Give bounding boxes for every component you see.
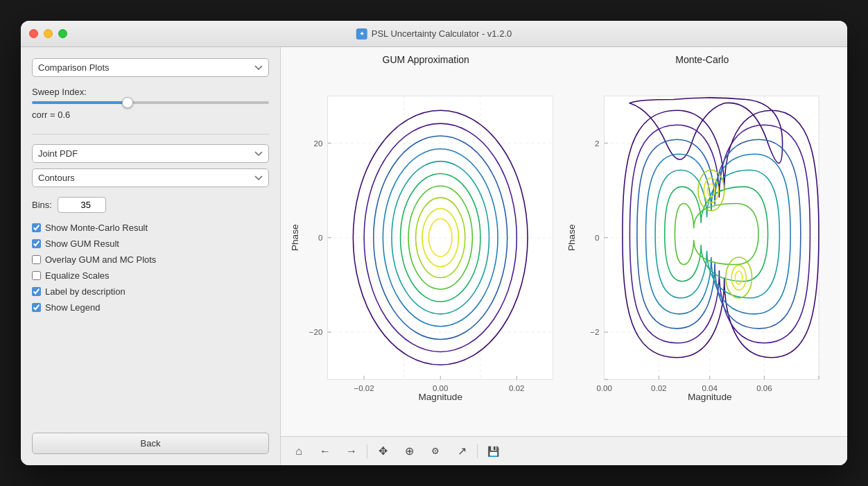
- svg-text:Phase: Phase: [566, 224, 576, 251]
- distribution-dropdown[interactable]: Joint PDF Marginal PDF CDF: [32, 144, 269, 163]
- label-desc-checkbox[interactable]: [32, 287, 41, 296]
- line-button[interactable]: ↗: [449, 441, 474, 462]
- overlay-label: Overlay GUM and MC Plots: [45, 254, 156, 265]
- toolbar-separator-1: [367, 444, 367, 458]
- show-gum-checkbox[interactable]: [32, 239, 41, 248]
- show-legend-checkbox[interactable]: [32, 303, 41, 312]
- window-title: ✦ PSL Uncertainty Calculator - v1.2.0: [356, 28, 512, 40]
- plot-area: GUM Approximation: [281, 47, 847, 465]
- mc-plot-title: Monte-Carlo: [675, 54, 729, 65]
- show-mc-checkbox-label[interactable]: Show Monte-Carlo Result: [32, 223, 269, 233]
- sweep-label: Sweep Index:: [32, 87, 269, 97]
- svg-text:−0.02: −0.02: [354, 384, 374, 392]
- divider: [32, 134, 269, 134]
- svg-text:0.04: 0.04: [702, 384, 718, 392]
- gum-plot: GUM Approximation: [288, 54, 564, 429]
- toolbar-separator-2: [477, 444, 478, 458]
- close-button[interactable]: [29, 29, 38, 38]
- gum-plot-title: GUM Approximation: [383, 54, 469, 65]
- svg-text:0: 0: [318, 234, 322, 242]
- checkboxes-section: Show Monte-Carlo Result Show GUM Result …: [32, 223, 269, 313]
- overlay-checkbox[interactable]: [32, 255, 41, 264]
- equalize-checkbox[interactable]: [32, 271, 41, 280]
- maximize-button[interactable]: [58, 29, 67, 38]
- svg-text:0.02: 0.02: [651, 384, 666, 392]
- mc-plot-svg: Magnitude Phase 0.00 0.02 0.04 0.06 2 0 …: [564, 68, 841, 429]
- svg-text:0.02: 0.02: [509, 384, 524, 392]
- forward-nav-button[interactable]: →: [339, 441, 364, 462]
- mc-plot: Monte-Carlo: [564, 54, 841, 429]
- gum-plot-svg: Magnitude Phase −0.02 0.00 0.02 20 0 −20: [288, 68, 564, 429]
- svg-text:0.00: 0.00: [433, 384, 448, 392]
- plots-container: GUM Approximation: [281, 47, 847, 436]
- back-button[interactable]: Back: [32, 433, 269, 454]
- svg-text:20: 20: [314, 139, 323, 148]
- traffic-lights: [29, 29, 67, 38]
- titlebar: ✦ PSL Uncertainty Calculator - v1.2.0: [21, 21, 847, 47]
- overlay-checkbox-label[interactable]: Overlay GUM and MC Plots: [32, 254, 269, 265]
- show-mc-checkbox[interactable]: [32, 223, 41, 232]
- plot-style-dropdown[interactable]: Contours Surface Heatmap: [32, 168, 269, 187]
- label-desc-label: Label by description: [45, 286, 125, 297]
- dropdowns-section: Joint PDF Marginal PDF CDF Contours Surf…: [32, 144, 269, 187]
- bins-section: Bins:: [32, 197, 269, 213]
- svg-text:−20: −20: [309, 328, 323, 336]
- app-window: ✦ PSL Uncertainty Calculator - v1.2.0 Co…: [21, 21, 847, 465]
- plot-toolbar: ⌂ ← → ✥ ⊕ ⚙ ↗ 💾: [281, 436, 847, 465]
- corr-label: corr = 0.6: [32, 110, 269, 120]
- svg-text:2: 2: [594, 139, 598, 148]
- svg-text:0.00: 0.00: [596, 384, 611, 392]
- plot-type-dropdown[interactable]: Comparison Plots Single Plot Sweep Plot: [32, 58, 269, 77]
- show-gum-label: Show GUM Result: [45, 238, 119, 249]
- back-nav-button[interactable]: ←: [313, 441, 338, 462]
- svg-text:Magnitude: Magnitude: [418, 392, 462, 402]
- main-content: Comparison Plots Single Plot Sweep Plot …: [21, 47, 847, 465]
- slider-container: [32, 101, 269, 104]
- sidebar: Comparison Plots Single Plot Sweep Plot …: [21, 47, 281, 465]
- equalize-checkbox-label[interactable]: Equalize Scales: [32, 270, 269, 281]
- svg-text:Magnitude: Magnitude: [687, 392, 731, 402]
- plot-type-container: Comparison Plots Single Plot Sweep Plot: [32, 58, 269, 77]
- bins-input[interactable]: [58, 197, 106, 213]
- svg-text:0.06: 0.06: [756, 384, 772, 392]
- pan-button[interactable]: ✥: [370, 441, 395, 462]
- show-mc-label: Show Monte-Carlo Result: [45, 223, 148, 233]
- show-gum-checkbox-label[interactable]: Show GUM Result: [32, 238, 269, 249]
- svg-text:−2: −2: [590, 328, 599, 336]
- zoom-button[interactable]: ⊕: [397, 441, 422, 462]
- bins-label: Bins:: [32, 200, 52, 210]
- equalize-label: Equalize Scales: [45, 270, 110, 281]
- show-legend-checkbox-label[interactable]: Show Legend: [32, 302, 269, 313]
- minimize-button[interactable]: [44, 29, 53, 38]
- save-button[interactable]: 💾: [480, 441, 505, 462]
- label-desc-checkbox-label[interactable]: Label by description: [32, 286, 269, 297]
- sweep-section: Sweep Index:: [32, 87, 269, 104]
- show-legend-label: Show Legend: [45, 302, 101, 313]
- app-icon: ✦: [356, 28, 367, 40]
- sweep-slider[interactable]: [32, 101, 269, 104]
- home-button[interactable]: ⌂: [286, 441, 311, 462]
- svg-text:Phase: Phase: [290, 224, 300, 251]
- svg-text:0: 0: [594, 234, 598, 242]
- settings-button[interactable]: ⚙: [423, 441, 448, 462]
